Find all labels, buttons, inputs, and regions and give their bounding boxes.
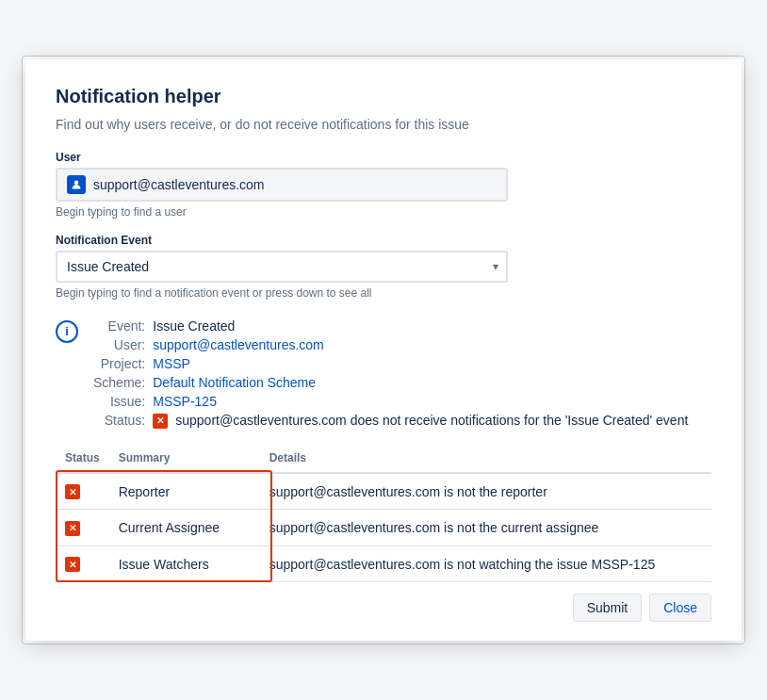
- info-key-scheme: Scheme:: [93, 375, 145, 390]
- cell-status: ✕: [56, 473, 109, 510]
- info-details: Event: Issue Created User: support@castl…: [93, 318, 688, 429]
- info-table: Event: Issue Created User: support@castl…: [93, 318, 688, 429]
- table-header: Status Summary Details: [56, 444, 711, 473]
- cell-summary: Issue Watchers: [109, 545, 260, 582]
- submit-button[interactable]: Submit: [573, 594, 643, 622]
- info-val-issue: MSSP-125: [153, 394, 688, 409]
- info-key-event: Event:: [93, 318, 145, 334]
- cell-details: support@castleventures.com is not watchi…: [260, 545, 711, 582]
- row-x-icon: ✕: [65, 557, 80, 572]
- notification-event-wrapper: Issue Created Issue Updated Issue Commen…: [56, 251, 508, 283]
- results-table: Status Summary Details ✕Reportersupport@…: [56, 444, 711, 583]
- row-x-icon: ✕: [65, 484, 80, 499]
- info-icon: i: [56, 320, 78, 343]
- info-val-scheme: Default Notification Scheme: [153, 375, 688, 390]
- dialog-subtitle: Find out why users receive, or do not re…: [56, 117, 711, 132]
- row-x-icon: ✕: [65, 521, 80, 536]
- col-header-details: Details: [260, 444, 711, 473]
- cell-status: ✕: [56, 510, 109, 546]
- cell-status: ✕: [56, 545, 109, 582]
- scheme-link[interactable]: Default Notification Scheme: [153, 375, 316, 390]
- info-val-project: MSSP: [153, 356, 688, 371]
- info-val-user: support@castleventures.com: [153, 337, 688, 352]
- user-input-value: support@castleventures.com: [93, 177, 265, 192]
- status-x-icon: ✕: [153, 414, 168, 429]
- issue-link[interactable]: MSSP-125: [153, 394, 217, 409]
- notification-event-label: Notification Event: [56, 234, 711, 247]
- person-icon: [71, 179, 82, 190]
- user-input[interactable]: support@castleventures.com: [56, 168, 508, 202]
- cell-details: support@castleventures.com is not the cu…: [260, 510, 711, 546]
- status-text: support@castleventures.com does not rece…: [175, 413, 688, 428]
- info-key-project: Project:: [93, 356, 145, 371]
- col-header-status: Status: [56, 444, 109, 473]
- close-button[interactable]: Close: [649, 594, 711, 622]
- info-key-issue: Issue:: [93, 394, 145, 409]
- project-link[interactable]: MSSP: [153, 356, 190, 371]
- status-cell: ✕ support@castleventures.com does not re…: [153, 413, 688, 429]
- user-hint: Begin typing to find a user: [56, 205, 711, 219]
- info-key-status: Status:: [93, 413, 145, 429]
- notification-helper-dialog: Notification helper Find out why users r…: [25, 59, 742, 642]
- cell-details: support@castleventures.com is not the re…: [260, 473, 711, 510]
- svg-point-0: [74, 180, 79, 185]
- info-section: i Event: Issue Created User: support@cas…: [56, 318, 711, 429]
- cell-summary: Reporter: [109, 473, 260, 510]
- table-row: ✕Issue Watcherssupport@castleventures.co…: [56, 545, 711, 582]
- table-header-row: Status Summary Details: [56, 444, 711, 473]
- cell-summary: Current Assignee: [109, 510, 260, 546]
- table-row: ✕Reportersupport@castleventures.com is n…: [56, 473, 711, 510]
- user-avatar-icon: [67, 175, 86, 194]
- info-key-user: User:: [93, 337, 145, 352]
- user-field-label: User: [56, 151, 711, 164]
- dialog-title: Notification helper: [56, 86, 711, 107]
- info-val-status: ✕ support@castleventures.com does not re…: [153, 413, 688, 429]
- notification-event-hint: Begin typing to find a notification even…: [56, 286, 711, 300]
- notification-event-select[interactable]: Issue Created Issue Updated Issue Commen…: [56, 251, 508, 283]
- dialog-footer: Submit Close: [56, 582, 711, 622]
- info-val-event: Issue Created: [153, 318, 688, 334]
- user-link[interactable]: support@castleventures.com: [153, 337, 324, 352]
- table-row: ✕Current Assigneesupport@castleventures.…: [56, 510, 711, 546]
- table-body: ✕Reportersupport@castleventures.com is n…: [56, 473, 711, 582]
- col-header-summary: Summary: [109, 444, 260, 473]
